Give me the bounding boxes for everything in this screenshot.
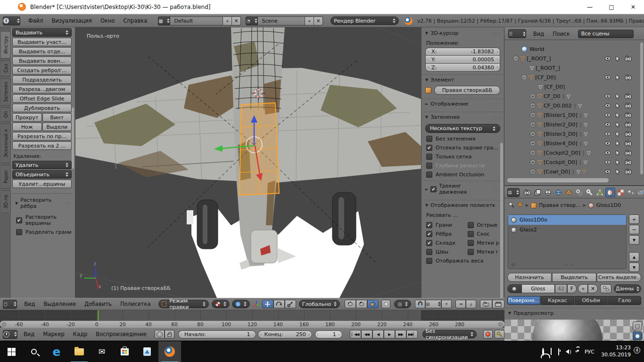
tool-shelf-scrollbar[interactable] xyxy=(72,107,74,169)
tool-button[interactable]: Разреза...двигом xyxy=(12,85,72,93)
renderability-camera-icon[interactable] xyxy=(625,150,632,156)
outliner-editor-type-button[interactable]: ☰ xyxy=(508,29,526,38)
shading-option-checkbox[interactable] xyxy=(426,172,432,178)
rotate-manipulator-button[interactable] xyxy=(273,300,285,308)
viewport-3d-scene[interactable] xyxy=(75,27,421,298)
tool-button[interactable]: Дублировать xyxy=(12,104,72,112)
outliner-menu-1[interactable]: Поиск xyxy=(548,31,574,37)
n-panel-scrollbar[interactable] xyxy=(500,143,503,298)
outliner-row[interactable]: −▽[CF_D0] xyxy=(504,73,644,82)
cursor-x-field[interactable]: ‹X:-1.83082› xyxy=(425,48,500,56)
tool-shelf-tab[interactable]: Затенен xyxy=(1,78,11,106)
properties-tab-render-layers[interactable] xyxy=(533,188,543,197)
material-users-count[interactable]: 42 xyxy=(555,284,567,293)
breadcrumb-object[interactable]: Правая створ... xyxy=(539,202,580,208)
render-opengl-button[interactable] xyxy=(480,300,492,308)
shading-option-checkbox[interactable] xyxy=(426,154,432,160)
selectability-cursor-icon[interactable] xyxy=(615,159,620,165)
tool-shelf-tab[interactable]: Соз xyxy=(1,60,11,76)
outliner-row[interactable]: +▽[Cockpit_D0]|▽ xyxy=(504,157,644,167)
renderability-camera-icon[interactable] xyxy=(625,74,632,81)
taskbar-search-button[interactable] xyxy=(23,341,45,362)
visibility-eye-icon[interactable] xyxy=(604,140,611,147)
visibility-eye-icon[interactable] xyxy=(604,93,611,99)
material-slot[interactable]: Glass2 xyxy=(508,225,626,235)
clock[interactable]: 13:23 30.05.2019 xyxy=(601,345,631,359)
taskbar-store-button[interactable] xyxy=(113,341,136,362)
outliner-row[interactable]: +▽[Blister1_D0]|▽ xyxy=(504,110,644,120)
topbar-menu-0[interactable]: Файл xyxy=(24,17,48,24)
timeline-menu-3[interactable]: Воспроизведение xyxy=(91,331,151,337)
renderability-camera-icon[interactable] xyxy=(625,56,632,62)
mesh-display-option-checkbox[interactable] xyxy=(468,222,474,228)
pivot-point-dropdown[interactable] xyxy=(232,300,250,308)
tool-button[interactable]: Offset Edge Slide xyxy=(12,94,72,103)
outliner-row[interactable]: ▽[CF_D0] xyxy=(504,82,644,91)
shading-mode-dropdown[interactable]: Несколько текстур xyxy=(425,124,500,133)
delete-loose-button[interactable]: Удалит...ершины xyxy=(12,180,72,188)
properties-tab-physics[interactable] xyxy=(636,188,644,197)
transform-orientation-dropdown[interactable]: Глобально xyxy=(299,300,340,308)
snap-target-button[interactable]: ⌖ xyxy=(441,300,452,308)
delete-menu-button[interactable]: Удалить xyxy=(12,161,72,169)
tray-chevron-icon[interactable] xyxy=(551,349,552,355)
expand-icon[interactable]: + xyxy=(530,131,536,137)
snap-element-dropdown[interactable]: ⊞ xyxy=(425,300,441,308)
topbar-menu-2[interactable]: Окно xyxy=(96,17,119,24)
renderability-camera-icon[interactable] xyxy=(625,140,632,147)
properties-tab-texture[interactable] xyxy=(616,188,626,197)
translate-manipulator-button[interactable] xyxy=(262,300,273,308)
viewport-menu-2[interactable]: Добавить xyxy=(80,301,116,307)
renderability-camera-icon[interactable] xyxy=(625,93,632,99)
auto-keyframe-record-button[interactable] xyxy=(483,330,493,338)
tool-button[interactable]: Выдавить вовн... xyxy=(12,57,72,65)
outliner-filter-dropdown[interactable]: Все сцены xyxy=(578,30,634,38)
editor-type-button[interactable]: i xyxy=(3,16,20,25)
visibility-eye-icon[interactable] xyxy=(604,131,611,137)
cursor-z-field[interactable]: ‹Z:0.04360› xyxy=(425,64,500,72)
previous-keyframe-button[interactable]: ◀◀ xyxy=(361,330,372,338)
selectability-cursor-icon[interactable] xyxy=(615,112,620,118)
viewport-shading-dropdown[interactable] xyxy=(212,300,230,308)
maximize-button[interactable]: □ xyxy=(601,0,622,14)
visibility-eye-icon[interactable] xyxy=(604,56,611,62)
pin-icon[interactable] xyxy=(508,202,514,209)
vertex-select-button[interactable] xyxy=(345,300,356,308)
tool-button[interactable]: Нож xyxy=(12,123,42,131)
minimize-button[interactable]: — xyxy=(579,0,601,14)
screen-layout-icon[interactable]: ▦ xyxy=(158,16,170,25)
mode-dropdown[interactable]: Режим правки xyxy=(158,300,208,308)
preview-sphere-button[interactable]: ● xyxy=(633,331,642,340)
paste-transform-icon[interactable]: ⤓ xyxy=(466,300,476,308)
preview-flat-button[interactable]: ▢ xyxy=(633,321,642,330)
outliner-vertical-scrollbar[interactable] xyxy=(640,42,643,174)
limit-selection-visible-button[interactable] xyxy=(381,300,390,308)
delete-layout-button[interactable]: ✕ xyxy=(232,16,241,25)
proportional-edit-dropdown[interactable]: ◎ xyxy=(394,300,411,308)
delete-menu-button[interactable]: Объединить xyxy=(12,170,72,179)
jump-to-end-button[interactable]: ▶▶▏ xyxy=(406,330,418,338)
viewport-editor-type-button[interactable]: ⬡ xyxy=(3,300,17,309)
properties-tab-object[interactable] xyxy=(564,188,574,197)
play-button[interactable]: ▶ xyxy=(384,330,395,338)
mesh-display-panel-header[interactable]: ▼ Отображение полисетк xyxy=(421,200,504,210)
copy-transform-icon[interactable]: ⇥ xyxy=(455,300,466,308)
properties-tab-modifiers[interactable] xyxy=(585,188,594,197)
show-weights-checkbox[interactable] xyxy=(426,258,432,264)
new-material-button[interactable]: ＋ xyxy=(578,284,588,293)
outliner-horizontal-scrollbar[interactable] xyxy=(507,178,609,182)
frame-end-field[interactable]: ‹Конец:250› xyxy=(258,330,312,338)
visibility-eye-icon[interactable] xyxy=(604,74,611,81)
selectability-cursor-icon[interactable] xyxy=(615,131,620,137)
topbar-menu-1[interactable]: Визуализация xyxy=(47,17,96,24)
tool-button[interactable]: Выдавить отде... xyxy=(12,47,72,56)
scale-manipulator-button[interactable] xyxy=(285,300,296,308)
current-frame-field[interactable]: ‹1› xyxy=(315,330,342,338)
cursor-panel-header[interactable]: ▼ 3D-курсор :::: xyxy=(421,28,504,38)
properties-tab-constraints[interactable] xyxy=(574,188,584,197)
unlink-material-button[interactable]: ✕ xyxy=(588,284,598,293)
mesh-display-option-checkbox[interactable] xyxy=(468,249,474,255)
taskbar-viewer3d-button[interactable] xyxy=(136,341,158,362)
material-name-field[interactable]: Gloss xyxy=(521,284,555,293)
shading-panel-header[interactable]: ▼ Затенение :::: xyxy=(421,112,504,122)
